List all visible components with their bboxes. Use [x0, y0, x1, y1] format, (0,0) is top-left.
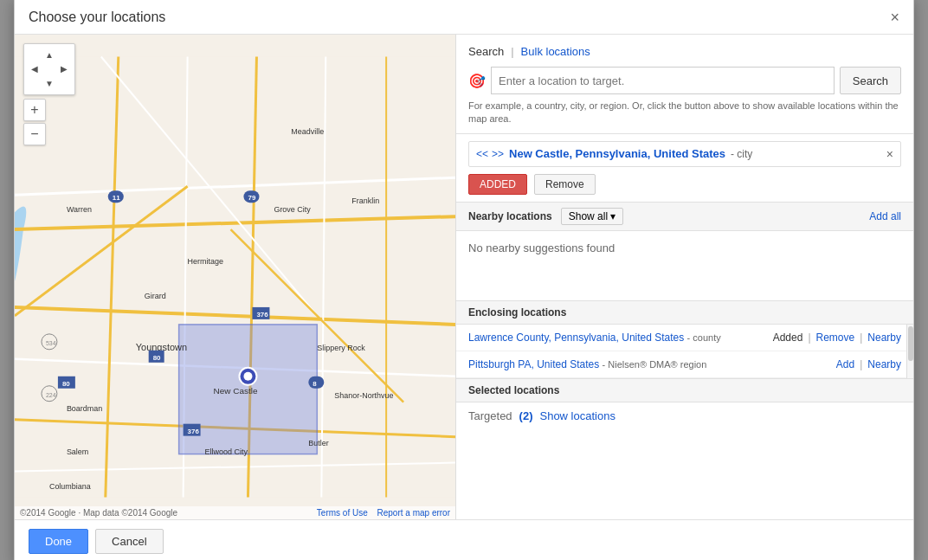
location-chip: << >> New Castle, Pennsylvania, United S… — [468, 141, 901, 167]
terms-link[interactable]: Terms of Use — [317, 508, 368, 518]
enclosing-actions: Added | Remove | Nearby — [773, 331, 901, 344]
action-row: ADDED Remove — [468, 174, 901, 195]
map-svg: Youngstown New Castle Warren Girard Herm… — [15, 35, 455, 519]
chip-nav-next[interactable]: >> — [492, 148, 504, 160]
search-tabs-area: Search | Bulk locations 🎯 Search For exa… — [456, 35, 913, 134]
svg-text:Grove City: Grove City — [274, 205, 311, 214]
nav-up-arrow[interactable]: ▲ — [42, 48, 56, 61]
svg-text:Warren: Warren — [67, 205, 92, 214]
right-panel: Search | Bulk locations 🎯 Search For exa… — [456, 35, 913, 519]
chip-navigation: << >> — [476, 148, 504, 160]
zoom-out-button[interactable]: − — [23, 123, 46, 145]
svg-text:79: 79 — [248, 194, 255, 202]
svg-text:Ellwood City: Ellwood City — [205, 447, 248, 456]
choose-locations-dialog: Choose your locations × — [14, 0, 914, 560]
svg-text:Hermitage: Hermitage — [188, 257, 223, 266]
nav-right-arrow[interactable]: ▶ — [57, 62, 71, 76]
bulk-locations-tab[interactable]: Bulk locations — [521, 45, 590, 58]
svg-point-17 — [243, 372, 252, 381]
search-row: 🎯 Search — [468, 67, 901, 94]
tab-row: Search | Bulk locations — [468, 45, 901, 58]
enclosing-item-name[interactable]: Lawrence County, Pennsylvania, United St… — [468, 331, 684, 344]
dialog-body: Youngstown New Castle Warren Girard Herm… — [15, 35, 913, 519]
nearby-left: Nearby locations Show all ▾ — [468, 208, 623, 225]
item-nearby-link[interactable]: Nearby — [867, 331, 901, 344]
selected-header: Selected locations — [456, 379, 913, 402]
add-all-button[interactable]: Add all — [869, 210, 901, 222]
list-item: Lawrence County, Pennsylvania, United St… — [456, 325, 913, 351]
svg-text:Girard: Girard — [145, 292, 166, 300]
no-nearby-message: No nearby suggestions found — [468, 241, 615, 254]
search-tab[interactable]: Search — [468, 45, 504, 58]
dialog-header: Choose your locations × — [15, 0, 913, 35]
show-locations-link[interactable]: Show locations — [539, 409, 615, 422]
scrollbar-track[interactable] — [906, 325, 913, 378]
enclosing-list: Lawrence County, Pennsylvania, United St… — [456, 325, 913, 378]
cancel-button[interactable]: Cancel — [95, 529, 163, 554]
enclosing-item-name[interactable]: Pittsburgh PA, United States — [468, 358, 599, 370]
selected-content: Targeted (2) Show locations — [456, 402, 913, 429]
svg-text:11: 11 — [113, 194, 120, 202]
enclosing-item-type: - county — [687, 332, 721, 343]
copyright-text: ©2014 Google · Map data ©2014 Google — [20, 508, 177, 518]
tab-separator: | — [511, 45, 513, 58]
selected-section: Selected locations Targeted (2) Show loc… — [456, 379, 913, 429]
nav-left-arrow[interactable]: ◀ — [28, 62, 42, 76]
svg-text:80: 80 — [62, 380, 70, 388]
targeted-count: (2) — [519, 409, 533, 422]
svg-text:Butler: Butler — [308, 439, 328, 447]
list-item: Pittsburgh PA, United States - Nielsen® … — [456, 351, 913, 378]
map-panel: Youngstown New Castle Warren Girard Herm… — [15, 35, 456, 519]
map-controls: ▲ ◀ ▶ ▼ + − — [23, 43, 75, 147]
chip-close-button[interactable]: × — [886, 147, 893, 161]
map-canvas: Youngstown New Castle Warren Girard Herm… — [15, 35, 455, 519]
map-links: Terms of Use Report a map error — [317, 508, 450, 518]
location-result-area: << >> New Castle, Pennsylvania, United S… — [456, 134, 913, 203]
item-added-label: Added — [773, 331, 803, 344]
item-add-link[interactable]: Add — [836, 358, 854, 370]
search-button[interactable]: Search — [840, 67, 901, 94]
chevron-down-icon: ▾ — [610, 210, 615, 222]
svg-text:Columbiana: Columbiana — [49, 482, 91, 491]
location-target-icon: 🎯 — [468, 73, 486, 89]
svg-text:Slippery Rock: Slippery Rock — [317, 344, 365, 352]
action-sep: | — [808, 331, 810, 344]
nearby-section: Nearby locations Show all ▾ Add all No n… — [456, 203, 913, 301]
item-remove-link[interactable]: Remove — [816, 331, 855, 344]
search-hint: For example, a country, city, or region.… — [468, 100, 901, 126]
svg-text:Franklin: Franklin — [351, 196, 379, 205]
svg-text:80: 80 — [153, 354, 161, 362]
svg-text:376: 376 — [256, 311, 268, 319]
nearby-content: No nearby suggestions found — [456, 231, 913, 300]
remove-button[interactable]: Remove — [534, 174, 596, 195]
nearby-title: Nearby locations — [468, 210, 552, 222]
enclosing-actions: Add | Nearby — [836, 358, 901, 370]
enclosing-item-type: - Nielsen® DMA® region — [603, 359, 707, 370]
scrollbar-thumb[interactable] — [908, 326, 913, 361]
added-button[interactable]: ADDED — [468, 174, 527, 195]
chip-location-name: New Castle, Pennsylvania, United States — [509, 147, 725, 160]
svg-text:Shanor-Northvue: Shanor-Northvue — [334, 391, 393, 400]
report-link[interactable]: Report a map error — [377, 508, 450, 518]
show-all-button[interactable]: Show all ▾ — [561, 208, 623, 225]
search-input[interactable] — [491, 67, 835, 94]
dialog-title: Choose your locations — [29, 10, 165, 25]
svg-text:New Castle: New Castle — [214, 386, 258, 396]
svg-text:Boardman: Boardman — [67, 404, 102, 413]
chip-nav-prev[interactable]: << — [476, 148, 488, 160]
svg-text:376: 376 — [188, 428, 200, 435]
svg-text:Meadville: Meadville — [291, 127, 324, 136]
enclosing-header: Enclosing locations — [456, 301, 913, 325]
done-button[interactable]: Done — [29, 529, 88, 554]
action-sep: | — [860, 358, 862, 370]
close-button[interactable]: × — [890, 10, 899, 25]
zoom-in-button[interactable]: + — [23, 99, 46, 121]
svg-text:224: 224 — [46, 392, 56, 398]
item-nearby-link[interactable]: Nearby — [867, 358, 901, 370]
map-copyright: ©2014 Google · Map data ©2014 Google Ter… — [15, 506, 455, 519]
targeted-label: Targeted — [468, 409, 512, 422]
svg-text:534: 534 — [46, 340, 56, 346]
svg-text:Salem: Salem — [67, 447, 88, 456]
nav-down-arrow[interactable]: ▼ — [42, 77, 56, 91]
enclosing-section: Enclosing locations Lawrence County, Pen… — [456, 301, 913, 379]
